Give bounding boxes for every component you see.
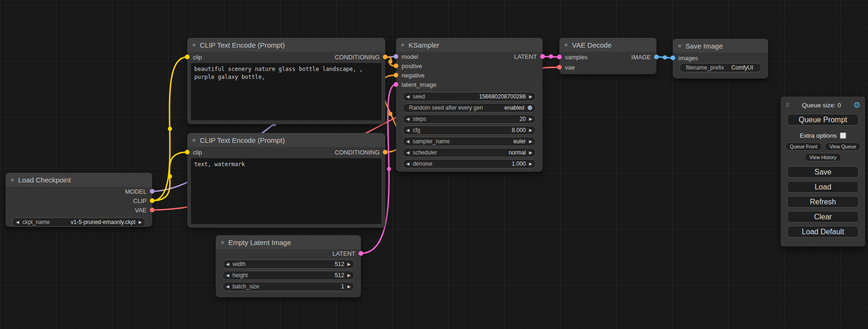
- input-dot-latent-image[interactable]: [394, 82, 398, 87]
- increment-arrow-icon[interactable]: ▶: [347, 262, 351, 266]
- node-header[interactable]: VAE Decode: [559, 38, 656, 52]
- node-graph-canvas[interactable]: Load Checkpoint MODEL CLIP VAE ◀ ckpt_na…: [0, 0, 868, 329]
- input-dot-samples[interactable]: [557, 55, 562, 59]
- increment-arrow-icon[interactable]: ▶: [529, 95, 532, 99]
- widget-label: filename_prefix: [686, 64, 724, 71]
- collapse-toggle-icon[interactable]: [192, 138, 196, 142]
- decrement-arrow-icon[interactable]: ◀: [406, 162, 409, 166]
- node-clip-text-encode-negative[interactable]: CLIP Text Encode (Prompt) clip CONDITION…: [187, 133, 385, 228]
- increment-arrow-icon[interactable]: ▶: [347, 285, 351, 289]
- decrement-arrow-icon[interactable]: ◀: [16, 220, 19, 224]
- decrement-arrow-icon[interactable]: ◀: [406, 128, 409, 133]
- input-dot-images[interactable]: [670, 56, 675, 60]
- output-dot-image[interactable]: [654, 55, 659, 59]
- widget-batch-size[interactable]: ◀ batch_size 1 ▶: [222, 282, 354, 291]
- increment-arrow-icon[interactable]: ▶: [529, 128, 532, 133]
- decrement-arrow-icon[interactable]: ◀: [226, 262, 229, 266]
- widget-ckpt-name[interactable]: ◀ ckpt_name v1-5-pruned-emaonly.ckpt ▶: [12, 217, 146, 227]
- output-dot-clip[interactable]: [150, 198, 155, 203]
- increment-arrow-icon[interactable]: ▶: [347, 273, 351, 278]
- output-dot-vae[interactable]: [150, 208, 155, 212]
- decrement-arrow-icon[interactable]: ◀: [226, 273, 229, 278]
- node-title: Empty Latent Image: [228, 238, 291, 246]
- input-slot-positive: positive: [396, 61, 543, 70]
- extra-options-label: Extra options: [800, 132, 837, 139]
- increment-arrow-icon[interactable]: ▶: [529, 140, 532, 144]
- decrement-arrow-icon[interactable]: ◀: [406, 151, 409, 155]
- increment-arrow-icon[interactable]: ▶: [529, 151, 532, 155]
- drag-handle-icon[interactable]: ⠿: [785, 102, 790, 109]
- save-button[interactable]: Save: [787, 166, 859, 178]
- output-dot-latent[interactable]: [540, 54, 545, 59]
- node-header[interactable]: CLIP Text Encode (Prompt): [187, 133, 385, 147]
- node-header[interactable]: Load Checkpoint: [6, 173, 152, 187]
- output-dot-conditioning[interactable]: [383, 55, 388, 59]
- increment-arrow-icon[interactable]: ▶: [529, 117, 532, 121]
- view-queue-button[interactable]: View Queue: [825, 142, 861, 151]
- link-midpoint-dot: [388, 60, 393, 64]
- load-default-button[interactable]: Load Default: [787, 226, 859, 238]
- view-history-button[interactable]: View History: [804, 153, 841, 161]
- node-header[interactable]: Save Image: [673, 39, 768, 53]
- node-save-image[interactable]: Save Image images filename_prefix ComfyU…: [673, 39, 768, 78]
- node-title: Load Checkpoint: [18, 176, 71, 184]
- refresh-button[interactable]: Refresh: [787, 196, 859, 208]
- widget-denoise[interactable]: ◀ denoise 1.000 ▶: [402, 159, 536, 168]
- queue-front-button[interactable]: Queue Front: [785, 142, 822, 151]
- input-dot-model[interactable]: [394, 54, 398, 59]
- decrement-arrow-icon[interactable]: ◀: [406, 140, 409, 144]
- node-ksampler[interactable]: KSampler model LATENT positive negative …: [396, 38, 543, 172]
- widget-sampler-name[interactable]: ◀ sampler_name euler ▶: [402, 137, 536, 146]
- node-vae-decode[interactable]: VAE Decode samples IMAGE vae: [559, 38, 656, 74]
- increment-arrow-icon[interactable]: ▶: [529, 162, 532, 166]
- widget-scheduler[interactable]: ◀ scheduler normal ▶: [402, 148, 536, 157]
- widget-filename-prefix[interactable]: filename_prefix ComfyUI: [679, 63, 762, 72]
- output-dot-latent[interactable]: [359, 251, 363, 256]
- input-dot-vae[interactable]: [557, 65, 562, 70]
- slot-label: latent_image: [402, 81, 436, 88]
- node-clip-text-encode-positive[interactable]: CLIP Text Encode (Prompt) clip CONDITION…: [187, 38, 385, 124]
- widget-cfg[interactable]: ◀ cfg 8.000 ▶: [402, 126, 536, 135]
- slot-label: samples: [565, 54, 587, 61]
- widget-seed[interactable]: ◀ seed 156680208700286 ▶: [402, 92, 536, 101]
- node-load-checkpoint[interactable]: Load Checkpoint MODEL CLIP VAE ◀ ckpt_na…: [6, 173, 152, 227]
- decrement-arrow-icon[interactable]: ◀: [406, 95, 409, 99]
- widget-random-seed-toggle[interactable]: Random seed after every gen enabled: [402, 103, 536, 112]
- widget-height[interactable]: ◀ height 512 ▶: [222, 271, 354, 280]
- settings-gear-icon[interactable]: ⚙: [854, 100, 861, 110]
- prompt-textarea[interactable]: beautiful scenery nature glass bottle la…: [191, 63, 381, 120]
- clear-button[interactable]: Clear: [787, 211, 859, 223]
- prompt-textarea[interactable]: text, watermark: [191, 158, 381, 224]
- input-dot-negative[interactable]: [394, 73, 398, 77]
- collapse-toggle-icon[interactable]: [10, 178, 14, 182]
- decrement-arrow-icon[interactable]: ◀: [226, 285, 229, 289]
- collapse-toggle-icon[interactable]: [401, 43, 405, 47]
- queue-buttons-row: Queue Front View Queue: [781, 142, 865, 151]
- extra-options-checkbox[interactable]: [840, 133, 846, 139]
- output-dot-conditioning[interactable]: [383, 150, 388, 154]
- output-dot-model[interactable]: [150, 189, 155, 194]
- collapse-toggle-icon[interactable]: [677, 44, 682, 48]
- node-empty-latent-image[interactable]: Empty Latent Image LATENT ◀ width 512 ▶ …: [216, 235, 361, 297]
- widget-label: width: [233, 261, 246, 267]
- toggle-knob-icon[interactable]: [528, 105, 532, 110]
- collapse-toggle-icon[interactable]: [192, 43, 196, 47]
- input-slot-images: images: [673, 53, 768, 63]
- widget-width[interactable]: ◀ width 512 ▶: [222, 259, 354, 269]
- decrement-arrow-icon[interactable]: ◀: [406, 117, 409, 121]
- queue-size-label: Queue size: 0: [790, 102, 854, 109]
- queue-prompt-button[interactable]: Queue Prompt: [787, 114, 859, 126]
- slot-row: model LATENT: [396, 52, 543, 61]
- widget-steps[interactable]: ◀ steps 20 ▶: [402, 114, 536, 124]
- output-slot-latent: LATENT: [216, 249, 361, 258]
- node-header[interactable]: KSampler: [396, 38, 543, 52]
- load-button[interactable]: Load: [787, 181, 859, 193]
- node-header[interactable]: Empty Latent Image: [216, 235, 361, 249]
- input-dot-clip[interactable]: [185, 150, 190, 154]
- collapse-toggle-icon[interactable]: [220, 240, 225, 245]
- increment-arrow-icon[interactable]: ▶: [139, 220, 142, 224]
- input-dot-clip[interactable]: [185, 55, 190, 59]
- node-header[interactable]: CLIP Text Encode (Prompt): [187, 38, 385, 52]
- collapse-toggle-icon[interactable]: [564, 43, 568, 47]
- input-dot-positive[interactable]: [394, 63, 398, 68]
